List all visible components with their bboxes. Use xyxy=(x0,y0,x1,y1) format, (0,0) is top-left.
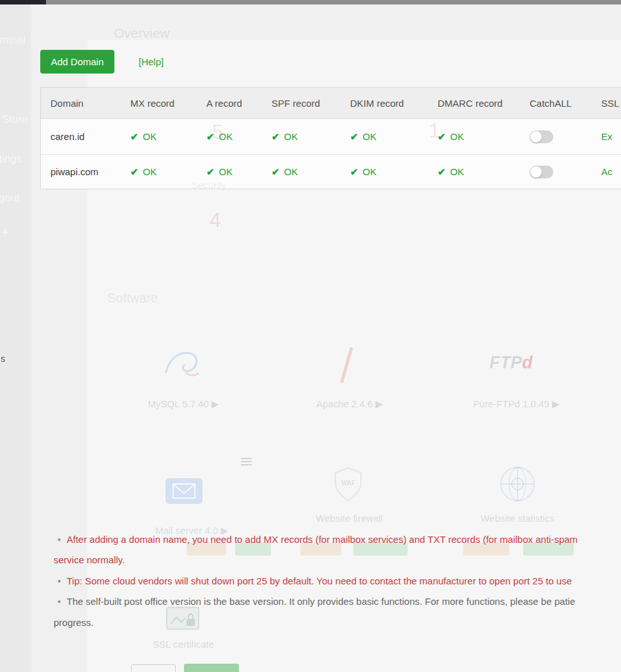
status-text: OK xyxy=(450,131,464,142)
sidebar-item-terminal: Terminal xyxy=(0,34,26,47)
dkim-status: ✔OK xyxy=(341,131,428,143)
check-icon: ✔ xyxy=(272,131,280,142)
table-row: piwapi.com ✔OK ✔OK ✔OK ✔OK ✔OK Ac xyxy=(41,154,621,189)
note-bullet-3-continued: progress. xyxy=(54,617,94,628)
spf-status: ✔OK xyxy=(262,131,341,143)
note-bullet-1-continued: service normally. xyxy=(54,554,125,565)
ssl-action-link[interactable]: Ac xyxy=(592,166,621,177)
catchall-toggle[interactable] xyxy=(530,130,553,143)
spf-status: ✔OK xyxy=(262,166,341,178)
dmarc-status: ✔OK xyxy=(428,131,520,143)
a-status: ✔OK xyxy=(197,166,262,178)
column-header-domain: Domain xyxy=(41,98,121,109)
catchall-toggle[interactable] xyxy=(530,166,553,178)
column-header-catchall: CatchALL xyxy=(520,98,592,109)
bullet-icon: • xyxy=(57,596,61,607)
a-status: ✔OK xyxy=(197,131,262,143)
check-icon: ✔ xyxy=(206,131,215,142)
stray-letter: s xyxy=(1,354,5,364)
browser-tab-strip xyxy=(0,0,46,4)
status-text: OK xyxy=(363,131,377,142)
renew-button-faint xyxy=(131,664,176,672)
domain-table: Domain MX record A record SPF record DKI… xyxy=(40,87,621,189)
mx-status: ✔OK xyxy=(121,166,197,178)
column-header-spf: SPF record xyxy=(262,98,341,109)
catchall-cell xyxy=(520,130,592,143)
status-text: OK xyxy=(363,166,377,177)
status-text: OK xyxy=(143,131,157,142)
status-text: OK xyxy=(143,166,157,177)
column-header-a: A record xyxy=(197,98,262,109)
note-text: Tip: Some cloud vendors will shut down p… xyxy=(66,575,572,586)
sidebar-item-add: + xyxy=(1,226,9,240)
status-text: OK xyxy=(450,166,464,177)
check-icon: ✔ xyxy=(272,166,280,177)
status-text: OK xyxy=(219,166,233,177)
help-link[interactable]: [Help] xyxy=(139,56,164,67)
toggle-knob xyxy=(530,166,542,178)
ssl-action-link[interactable]: Ex xyxy=(592,131,621,142)
note-text: After adding a domain name, you need to … xyxy=(66,534,578,545)
install-button-faint xyxy=(184,664,239,672)
add-domain-button[interactable]: Add Domain xyxy=(40,50,114,74)
domain-cell: caren.id xyxy=(41,131,121,142)
check-icon: ✔ xyxy=(350,131,358,142)
sidebar-item-app-store: App Store xyxy=(0,113,28,126)
column-header-dmarc: DMARC record xyxy=(428,98,520,109)
status-text: OK xyxy=(284,166,298,177)
table-header-row: Domain MX record A record SPF record DKI… xyxy=(41,88,621,119)
check-icon: ✔ xyxy=(130,131,139,142)
toggle-knob xyxy=(530,131,542,143)
catchall-cell xyxy=(520,166,592,178)
column-header-ssl: SSL xyxy=(592,98,621,109)
check-icon: ✔ xyxy=(438,131,446,142)
sidebar-item-settings: Settings xyxy=(0,153,22,166)
table-row: caren.id ✔OK ✔OK ✔OK ✔OK ✔OK Ex xyxy=(41,119,621,154)
bullet-icon: • xyxy=(57,534,61,545)
check-icon: ✔ xyxy=(438,166,446,177)
dkim-status: ✔OK xyxy=(341,166,428,178)
dimmed-sidebar: Terminal App Store Settings Logout + xyxy=(0,4,31,672)
note-text: The self-built post office version is th… xyxy=(66,596,575,607)
domain-cell: piwapi.com xyxy=(41,166,121,177)
column-header-mx: MX record xyxy=(121,98,197,109)
note-bullet-2: •Tip: Some cloud vendors will shut down … xyxy=(57,575,572,586)
note-bullet-1: •After adding a domain name, you need to… xyxy=(57,534,578,545)
column-header-dkim: DKIM record xyxy=(341,98,428,109)
check-icon: ✔ xyxy=(130,166,139,177)
dmarc-status: ✔OK xyxy=(428,166,520,178)
status-text: OK xyxy=(284,131,298,142)
check-icon: ✔ xyxy=(350,166,358,177)
status-text: OK xyxy=(219,131,233,142)
sidebar-item-logout: Logout xyxy=(0,192,20,205)
browser-top-strip xyxy=(0,0,621,4)
note-bullet-3: •The self-built post office version is t… xyxy=(57,596,575,607)
check-icon: ✔ xyxy=(206,166,215,177)
mx-status: ✔OK xyxy=(121,131,197,143)
mail-server-domain-overlay: Terminal App Store Settings Logout + s O… xyxy=(0,0,621,672)
bullet-icon: • xyxy=(57,575,61,586)
